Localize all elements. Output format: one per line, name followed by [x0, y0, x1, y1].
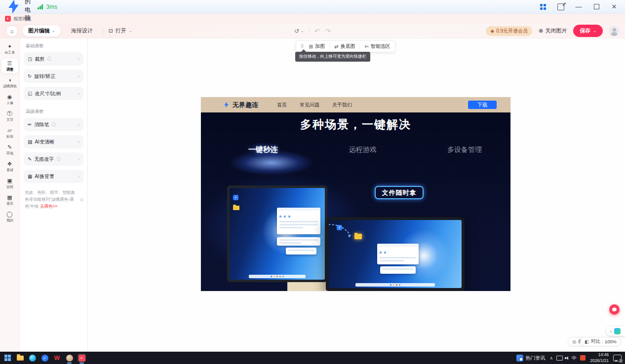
ime-indicator[interactable]: 中	[572, 355, 577, 362]
sidebar-item-adjust[interactable]: ☰调整	[1, 59, 18, 73]
hero-tab-multi-device: 多设备管理	[447, 146, 482, 154]
material-icon: ❖	[7, 161, 12, 167]
drag-handle[interactable]: ⠿	[301, 44, 305, 49]
chevron-right-icon: ›	[78, 156, 79, 162]
sidebar-item-portrait[interactable]: ◉人像	[1, 92, 18, 107]
sidebar-item-text[interactable]: Ⓣ文字	[1, 109, 18, 124]
home-button[interactable]: ⌂	[6, 25, 18, 37]
add-image-label: 加图	[315, 43, 325, 50]
close-button[interactable]: ✕	[605, 0, 623, 14]
panel-item-label: AI变清晰	[35, 139, 54, 146]
swap-icon: ⇄	[334, 44, 338, 49]
app-w-button[interactable]: W	[53, 354, 61, 362]
eraser-pen-icon: ✏	[28, 122, 32, 127]
small-window	[286, 248, 316, 255]
sidebar-item-ai-tools[interactable]: ✦AI工具	[1, 42, 18, 57]
sidebar-item-sticker[interactable]: ▱贴纸	[1, 126, 18, 141]
remote-app-logo-icon	[614, 328, 621, 334]
sidebar-item-border[interactable]: ▣边框	[1, 176, 18, 191]
tab-photo-edit-label: 图片编辑	[28, 27, 50, 35]
notification-button[interactable]: 2	[613, 355, 622, 362]
go-to-color-link[interactable]: 去调色>>	[40, 204, 57, 209]
tab-photo-edit[interactable]: 图片编辑⌄	[23, 25, 61, 36]
avatar[interactable]	[609, 26, 619, 36]
transfer-folder-icon	[354, 234, 362, 239]
grid-icon	[540, 4, 546, 10]
site-brand: 无界趣连	[223, 101, 258, 109]
panel-item-resize[interactable]: ◱ 改尺寸/比例 ›	[24, 87, 83, 100]
remote-float-widget[interactable]: «	[606, 327, 625, 336]
sidebar-item-label: 画笔	[6, 150, 13, 155]
compare-button[interactable]: ◧ 对比 100%	[580, 337, 621, 346]
app-titlebar: ◐ 醒图网页	[0, 14, 625, 24]
panel-item-label: 裁剪	[35, 56, 44, 63]
minimize-button[interactable]: —	[570, 0, 587, 14]
windows-start-icon	[4, 355, 11, 362]
text-edit-icon: ✎	[28, 156, 32, 162]
lightning-logo-icon	[6, 0, 21, 14]
add-image-button[interactable]: ⊞ 加图	[309, 43, 325, 50]
zoom-level[interactable]: 100%	[605, 339, 617, 344]
ai-sharpen-icon: ▨	[28, 139, 32, 145]
close-image-button[interactable]: ⊗ 关闭图片	[539, 27, 567, 35]
save-button[interactable]: 保存⌄	[573, 25, 603, 37]
edited-image[interactable]: 无界趣连 首页 常见问题 关于我们 下载 多种场景，一键解决 一键秒连 远程游戏…	[201, 97, 510, 291]
xingtu-taskbar-button[interactable]: ◐	[78, 354, 86, 362]
app-check-button[interactable]: ✓	[40, 354, 49, 362]
chevron-down-icon: ⌄	[129, 29, 132, 33]
compose-button[interactable]	[552, 0, 570, 14]
undo-button[interactable]: ↶	[314, 27, 320, 35]
background-icon: ▦	[7, 195, 12, 200]
panel-item-eraser[interactable]: ✏ 消除笔 ⓘ ›	[24, 118, 83, 131]
open-button[interactable]: ⊡ 打开 ⌄	[109, 27, 132, 35]
tab-poster-design[interactable]: 海报设计	[66, 25, 98, 36]
compare-icon: ◧	[585, 339, 589, 344]
chevron-right-icon: ›	[78, 122, 79, 127]
maximize-button[interactable]	[587, 0, 605, 14]
hidden-icons-button[interactable]: ∧	[550, 356, 553, 361]
chevron-down-icon: ⌄	[593, 29, 596, 33]
hero-tabs: 一键秒连 远程游戏 多设备管理	[201, 145, 510, 154]
divider	[103, 28, 104, 35]
sidebar-item-material[interactable]: ❖素材	[1, 159, 18, 174]
right-laptop-screen: ⚡	[329, 220, 462, 288]
sidebar-item-filters[interactable]: ◑滤镜调色	[1, 75, 18, 90]
panel-item-crop[interactable]: ◳ 裁剪 ⓘ ›	[24, 52, 83, 66]
file-explorer-button[interactable]	[16, 354, 24, 362]
sidebar-item-background[interactable]: ▦背景	[1, 193, 18, 208]
display-tray-icon[interactable]	[556, 356, 563, 361]
sidebar-item-label: 素材	[6, 167, 13, 172]
sidebar-item-mine[interactable]: ◯我的	[1, 210, 18, 224]
redo-button[interactable]: ↷	[325, 27, 331, 35]
tray-app-icon[interactable]	[580, 355, 586, 361]
folder-icon	[233, 206, 239, 210]
nav-faq: 常见问题	[300, 102, 319, 109]
panel-item-text-edit[interactable]: ✎ 无痕改字 ⓘ ›	[24, 152, 83, 166]
transfer-arrow	[329, 223, 354, 243]
panel-item-rotate[interactable]: ↻ 旋转/矫正 ›	[24, 70, 83, 83]
feedback-chat-button[interactable]	[609, 304, 620, 315]
picture-icon: ⊡	[109, 28, 113, 34]
speaker-tray-icon[interactable]	[566, 356, 568, 360]
edge-browser-button[interactable]	[28, 354, 37, 362]
edge-icon	[29, 355, 36, 362]
sidebar-item-label: 文字	[6, 117, 13, 122]
sidebar-item-brush[interactable]: ✎画笔	[1, 143, 18, 157]
replace-base-button[interactable]: ⇄ 换底图	[334, 43, 355, 50]
app-face-button[interactable]	[65, 354, 74, 362]
clock[interactable]: 14:46 2026/1/21	[590, 352, 609, 363]
widgets-button[interactable]: 热门资讯	[516, 355, 546, 362]
smart-select-button[interactable]: ✄ 智能选区	[364, 43, 390, 50]
start-button[interactable]	[3, 354, 12, 362]
sidebar-item-label: AI工具	[4, 50, 15, 55]
sidebar-item-label: 背景	[6, 201, 13, 206]
add-image-icon: ⊞	[309, 44, 313, 49]
site-hero: 多种场景，一键解决 一键秒连 远程游戏 多设备管理 ⚡	[201, 112, 510, 291]
panel-item-ai-background[interactable]: ▦ AI换背景 ›	[24, 170, 83, 183]
apps-grid-button[interactable]	[534, 0, 552, 14]
panel-item-ai-sharpen[interactable]: ▨ AI变清晰 ›	[24, 135, 83, 148]
chevron-right-icon: ›	[78, 174, 79, 179]
history-button[interactable]: ↺⌄	[294, 28, 304, 35]
adjust-panel: 基础调整 ◳ 裁剪 ⓘ › ↻ 旋转/矫正 › ◱ 改尺寸/比例 › 高级调整 …	[20, 38, 88, 352]
member-badge[interactable]: ◈ 0.9元开通会员	[486, 26, 532, 36]
